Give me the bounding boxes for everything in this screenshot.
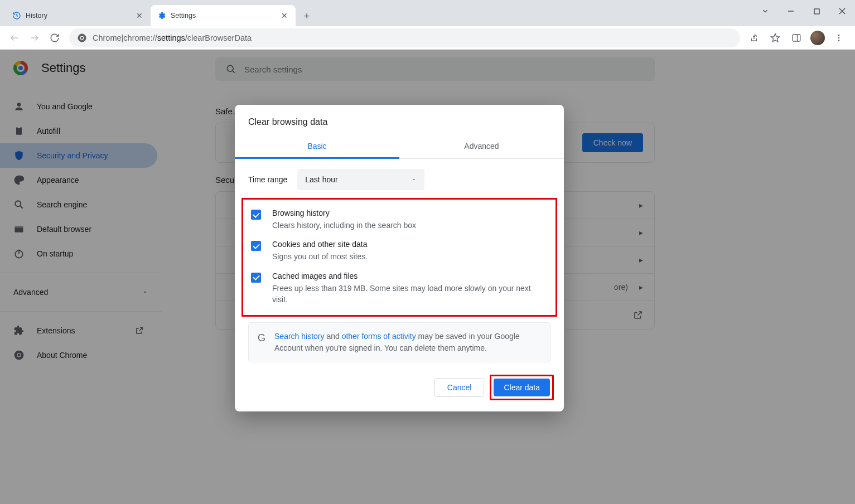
time-range-value: Last hour — [305, 175, 337, 184]
clear-data-button[interactable]: Clear data — [494, 379, 550, 396]
check-cached[interactable]: Cached images and files Frees up less th… — [249, 267, 550, 310]
google-account-info: G Search history and other forms of acti… — [248, 322, 550, 362]
time-range-label: Time range — [248, 175, 287, 184]
checkbox-checked-icon[interactable] — [251, 273, 261, 283]
maximize-button[interactable] — [804, 0, 829, 22]
check-subtitle: Frees up less than 319 MB. Some sites ma… — [272, 283, 548, 306]
google-g-icon: G — [258, 331, 265, 354]
cancel-button[interactable]: Cancel — [434, 378, 485, 397]
tab-title: History — [26, 12, 135, 20]
profile-avatar[interactable] — [808, 28, 827, 47]
bookmark-icon[interactable] — [766, 28, 785, 47]
chrome-icon — [77, 33, 87, 43]
address-bar[interactable]: Chrome | chrome://settings/clearBrowserD… — [69, 28, 740, 47]
other-activity-link[interactable]: other forms of activity — [342, 332, 416, 341]
check-title: Cached images and files — [272, 272, 548, 280]
history-icon — [12, 11, 21, 20]
close-icon[interactable]: ✕ — [280, 11, 289, 20]
window-controls — [752, 0, 855, 22]
highlight-box-checks: Browsing history Clears history, includi… — [241, 198, 557, 317]
close-icon[interactable]: ✕ — [135, 11, 144, 20]
new-tab-button[interactable]: + — [299, 8, 315, 24]
checkbox-checked-icon[interactable] — [251, 241, 261, 251]
dialog-title: Clear browsing data — [235, 105, 564, 135]
tab-title: Settings — [171, 12, 280, 20]
svg-point-13 — [838, 35, 840, 36]
chevron-down-icon — [411, 177, 417, 182]
tab-advanced[interactable]: Advanced — [399, 135, 564, 158]
menu-icon[interactable] — [829, 28, 848, 47]
browser-toolbar: Chrome | chrome://settings/clearBrowserD… — [0, 26, 855, 50]
forward-button[interactable] — [25, 28, 45, 48]
gear-icon — [157, 11, 166, 20]
search-history-link[interactable]: Search history — [274, 332, 324, 341]
check-cookies[interactable]: Cookies and other site data Signs you ou… — [249, 235, 550, 266]
reload-button[interactable] — [45, 28, 65, 48]
check-title: Browsing history — [272, 209, 416, 217]
time-range-select[interactable]: Last hour — [297, 169, 424, 190]
dialog-tabs: Basic Advanced — [235, 135, 564, 159]
back-button[interactable] — [4, 28, 25, 48]
browser-titlebar: History ✕ Settings ✕ + — [0, 0, 855, 26]
highlight-box-clear: Clear data — [490, 375, 554, 400]
svg-point-9 — [81, 36, 84, 39]
tab-basic[interactable]: Basic — [235, 135, 399, 158]
svg-marker-31 — [413, 179, 415, 180]
tab-history[interactable]: History ✕ — [6, 5, 151, 26]
share-icon[interactable] — [745, 28, 764, 47]
tab-search-icon[interactable] — [752, 0, 778, 22]
check-subtitle: Signs you out of most sites. — [272, 251, 368, 262]
check-subtitle: Clears history, including in the search … — [272, 220, 416, 231]
address-text: Chrome | chrome://settings/clearBrowserD… — [93, 33, 252, 42]
check-title: Cookies and other site data — [272, 240, 368, 249]
minimize-button[interactable] — [778, 0, 804, 22]
checkbox-checked-icon[interactable] — [251, 210, 261, 220]
svg-rect-11 — [793, 35, 800, 41]
svg-rect-2 — [814, 9, 819, 14]
svg-point-14 — [838, 37, 840, 38]
side-panel-icon[interactable] — [787, 28, 806, 47]
check-browsing-history[interactable]: Browsing history Clears history, includi… — [249, 204, 550, 235]
tab-settings[interactable]: Settings ✕ — [151, 5, 296, 26]
close-window-button[interactable] — [829, 0, 855, 22]
svg-marker-10 — [771, 33, 780, 41]
svg-point-15 — [838, 40, 840, 41]
clear-browsing-data-dialog: Clear browsing data Basic Advanced Time … — [235, 105, 564, 411]
